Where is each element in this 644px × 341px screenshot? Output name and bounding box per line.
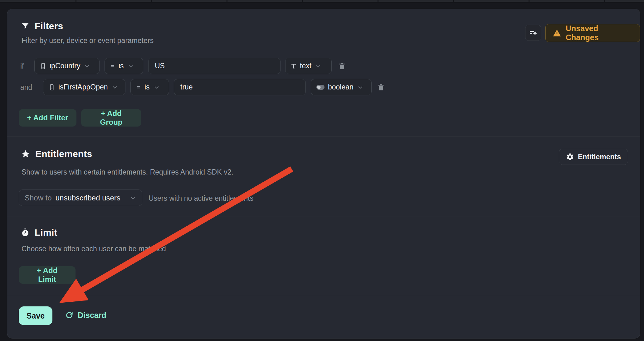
entitlements-settings-button[interactable]: Entitlements: [559, 149, 628, 165]
gear-icon: [566, 153, 574, 161]
discard-label: Discard: [78, 311, 106, 320]
unsaved-changes-badge: Unsaved Changes: [545, 24, 640, 42]
equals-icon: [110, 63, 115, 69]
equals-icon: [136, 84, 141, 90]
campaign-settings-panel: Filters Unsaved Changes Filter by user, …: [7, 9, 640, 339]
filter-field-dropdown[interactable]: ipCountry: [34, 58, 100, 74]
filter-type-dropdown[interactable]: boolean: [311, 79, 372, 95]
device-phone-icon: [40, 63, 46, 70]
filters-subtitle: Filter by user, device or event paramete…: [22, 36, 154, 45]
chevron-down-icon: [129, 195, 136, 201]
tab-separator: [529, 0, 529, 3]
refresh-icon: [65, 310, 74, 320]
chevron-down-icon: [128, 63, 134, 69]
filter-operator-dropdown[interactable]: is: [105, 58, 143, 74]
show-to-value: unsubscribed users: [56, 194, 120, 202]
section-divider: [7, 217, 640, 217]
browser-tab-strip: [0, 0, 644, 2]
stopwatch-icon: [21, 228, 30, 237]
save-button[interactable]: Save: [19, 306, 52, 325]
limit-subtitle: Choose how often each user can be matche…: [22, 245, 166, 253]
device-phone-icon: [48, 84, 55, 91]
limit-section-title: Limit: [21, 227, 57, 238]
filter-field-label: ipCountry: [50, 62, 80, 70]
filter-operator-label: is: [119, 62, 124, 70]
warning-triangle-icon: [553, 29, 561, 37]
entitlements-title-text: Entitlements: [35, 149, 92, 159]
tab-separator: [378, 0, 378, 3]
tab-separator: [151, 0, 152, 3]
filter-type-label: text: [300, 62, 311, 70]
filter-field-label: isFirstAppOpen: [58, 83, 108, 91]
filter-connector-and: and: [20, 83, 32, 92]
star-icon: [21, 149, 30, 159]
filter-connector-if: if: [20, 62, 24, 70]
limit-title-text: Limit: [35, 227, 57, 238]
tab-separator: [227, 0, 227, 3]
tab-separator: [453, 0, 454, 3]
entitlements-section-title: Entitlements: [21, 149, 92, 159]
filter-value-input[interactable]: [148, 58, 281, 74]
entitlements-subtitle: Show to users with certain entitlements.…: [22, 168, 233, 176]
show-to-dropdown[interactable]: Show to unsubscribed users: [19, 190, 142, 206]
add-limit-button[interactable]: + Add Limit: [19, 266, 76, 284]
chevron-down-icon: [154, 84, 160, 90]
filter-operator-dropdown[interactable]: is: [130, 79, 169, 95]
filter-value-input[interactable]: [174, 79, 306, 95]
text-type-icon: [290, 63, 297, 69]
entitlements-button-label: Entitlements: [578, 153, 621, 161]
tab-separator: [604, 0, 605, 3]
section-divider: [7, 137, 640, 137]
filter-type-dropdown[interactable]: text: [285, 58, 332, 74]
chevron-down-icon: [357, 84, 363, 90]
delete-filter-button[interactable]: [376, 81, 386, 94]
show-to-helper-text: Users with no active entitlements: [149, 194, 253, 203]
trash-icon: [377, 83, 385, 91]
filter-list-sparkle-icon: [529, 28, 538, 37]
delete-filter-button[interactable]: [337, 60, 347, 72]
show-to-label: Show to: [25, 194, 52, 202]
filters-title-text: Filters: [35, 21, 63, 31]
chevron-down-icon: [84, 63, 90, 69]
unsaved-changes-label: Unsaved Changes: [566, 24, 633, 42]
filter-list-sparkle-button[interactable]: [525, 25, 541, 41]
add-filter-button[interactable]: + Add Filter: [19, 109, 76, 127]
chevron-down-icon: [112, 84, 118, 90]
footer-divider: [7, 295, 640, 295]
discard-button[interactable]: Discard: [63, 310, 108, 320]
filters-section-title: Filters: [21, 21, 63, 31]
filter-funnel-icon: [21, 22, 30, 31]
toggle-boolean-icon: [316, 84, 325, 90]
chevron-down-icon: [315, 63, 321, 69]
tab-separator: [76, 0, 76, 3]
tab-separator: [302, 0, 303, 3]
filter-type-label: boolean: [328, 83, 354, 91]
trash-icon: [338, 62, 346, 70]
add-group-button[interactable]: + Add Group: [81, 109, 141, 127]
filter-field-dropdown[interactable]: isFirstAppOpen: [43, 79, 125, 95]
filter-operator-label: is: [144, 83, 150, 91]
